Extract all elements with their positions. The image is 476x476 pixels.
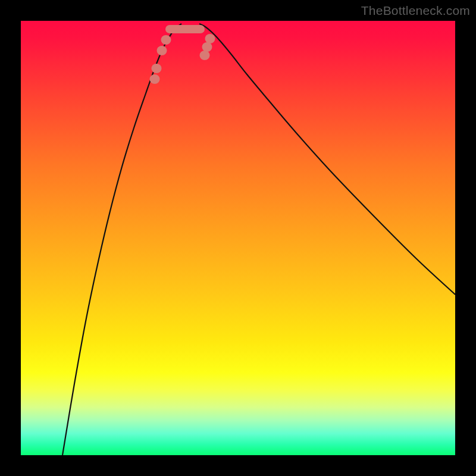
curve-layer [21,21,455,455]
data-marker [200,51,210,60]
data-marker [161,35,171,45]
data-marker [205,34,215,43]
left-curve [62,24,181,455]
right-curve [199,24,455,295]
plot-area [21,21,455,455]
data-marker [150,74,160,84]
chart-frame: TheBottleneck.com [0,0,476,476]
data-marker [157,46,167,55]
data-marker [152,64,162,73]
watermark-text: TheBottleneck.com [361,4,470,18]
data-marker [202,42,212,52]
